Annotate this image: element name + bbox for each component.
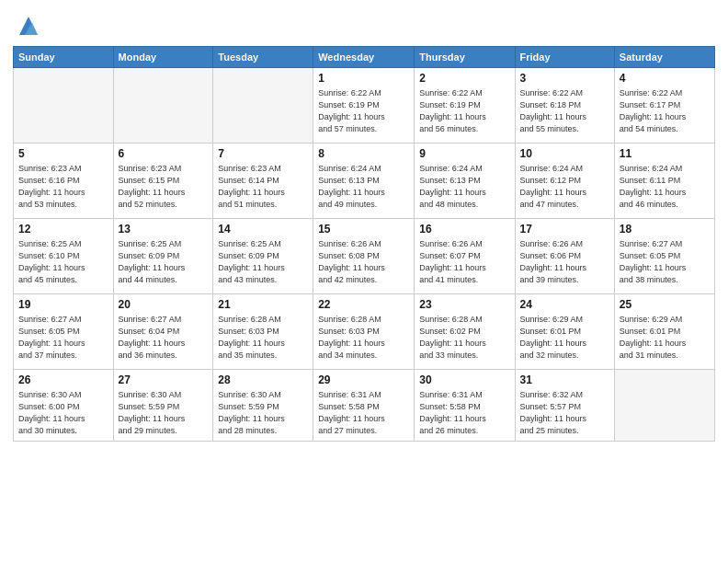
day-number: 19 [18, 298, 108, 311]
day-cell: 7Sunrise: 6:23 AM Sunset: 6:14 PM Daylig… [213, 144, 313, 219]
day-info: Sunrise: 6:27 AM Sunset: 6:05 PM Dayligh… [18, 314, 108, 362]
day-info: Sunrise: 6:23 AM Sunset: 6:14 PM Dayligh… [218, 163, 308, 211]
col-header-tuesday: Tuesday [213, 47, 313, 68]
day-number: 17 [520, 223, 609, 236]
day-cell: 28Sunrise: 6:30 AM Sunset: 5:59 PM Dayli… [213, 370, 313, 442]
day-info: Sunrise: 6:23 AM Sunset: 6:15 PM Dayligh… [119, 163, 209, 211]
logo [13, 13, 41, 39]
day-cell: 19Sunrise: 6:27 AM Sunset: 6:05 PM Dayli… [14, 294, 114, 370]
day-number: 5 [18, 147, 108, 160]
day-number: 20 [119, 298, 209, 311]
day-info: Sunrise: 6:22 AM Sunset: 6:19 PM Dayligh… [318, 87, 409, 135]
day-info: Sunrise: 6:23 AM Sunset: 6:16 PM Dayligh… [18, 163, 108, 211]
col-header-wednesday: Wednesday [313, 47, 415, 68]
day-cell: 12Sunrise: 6:25 AM Sunset: 6:10 PM Dayli… [14, 219, 114, 294]
day-cell: 21Sunrise: 6:28 AM Sunset: 6:03 PM Dayli… [213, 294, 313, 370]
day-cell: 27Sunrise: 6:30 AM Sunset: 5:59 PM Dayli… [113, 370, 213, 442]
day-info: Sunrise: 6:22 AM Sunset: 6:17 PM Dayligh… [620, 87, 710, 135]
day-cell: 1Sunrise: 6:22 AM Sunset: 6:19 PM Daylig… [313, 68, 415, 144]
day-number: 1 [318, 72, 409, 85]
col-header-monday: Monday [113, 47, 213, 68]
day-cell: 13Sunrise: 6:25 AM Sunset: 6:09 PM Dayli… [113, 219, 213, 294]
day-info: Sunrise: 6:28 AM Sunset: 6:03 PM Dayligh… [318, 314, 409, 362]
day-info: Sunrise: 6:31 AM Sunset: 5:58 PM Dayligh… [419, 389, 509, 437]
day-cell: 5Sunrise: 6:23 AM Sunset: 6:16 PM Daylig… [14, 144, 114, 219]
day-info: Sunrise: 6:32 AM Sunset: 5:57 PM Dayligh… [520, 389, 609, 437]
col-header-friday: Friday [515, 47, 614, 68]
day-info: Sunrise: 6:28 AM Sunset: 6:02 PM Dayligh… [419, 314, 509, 362]
day-number: 8 [318, 147, 409, 160]
day-cell: 2Sunrise: 6:22 AM Sunset: 6:19 PM Daylig… [415, 68, 515, 144]
day-cell: 31Sunrise: 6:32 AM Sunset: 5:57 PM Dayli… [515, 370, 614, 442]
day-number: 2 [419, 72, 509, 85]
col-header-saturday: Saturday [614, 47, 714, 68]
day-info: Sunrise: 6:24 AM Sunset: 6:11 PM Dayligh… [620, 163, 710, 211]
day-cell: 30Sunrise: 6:31 AM Sunset: 5:58 PM Dayli… [415, 370, 515, 442]
day-number: 16 [419, 223, 509, 236]
day-number: 30 [419, 373, 509, 386]
day-cell: 16Sunrise: 6:26 AM Sunset: 6:07 PM Dayli… [415, 219, 515, 294]
day-info: Sunrise: 6:30 AM Sunset: 5:59 PM Dayligh… [218, 389, 308, 437]
day-info: Sunrise: 6:28 AM Sunset: 6:03 PM Dayligh… [218, 314, 308, 362]
day-info: Sunrise: 6:25 AM Sunset: 6:09 PM Dayligh… [218, 238, 308, 286]
day-info: Sunrise: 6:30 AM Sunset: 6:00 PM Dayligh… [18, 389, 108, 437]
day-number: 4 [620, 72, 710, 85]
day-number: 18 [620, 223, 710, 236]
day-cell: 25Sunrise: 6:29 AM Sunset: 6:01 PM Dayli… [614, 294, 714, 370]
day-number: 15 [318, 223, 409, 236]
day-number: 6 [119, 147, 209, 160]
day-cell: 10Sunrise: 6:24 AM Sunset: 6:12 PM Dayli… [515, 144, 614, 219]
day-cell [213, 68, 313, 144]
col-header-sunday: Sunday [14, 47, 114, 68]
day-number: 21 [218, 298, 308, 311]
day-cell: 9Sunrise: 6:24 AM Sunset: 6:13 PM Daylig… [415, 144, 515, 219]
day-info: Sunrise: 6:25 AM Sunset: 6:10 PM Dayligh… [18, 238, 108, 286]
day-number: 11 [620, 147, 710, 160]
day-number: 22 [318, 298, 409, 311]
day-info: Sunrise: 6:24 AM Sunset: 6:13 PM Dayligh… [318, 163, 409, 211]
week-row-2: 5Sunrise: 6:23 AM Sunset: 6:16 PM Daylig… [14, 144, 715, 219]
day-cell: 29Sunrise: 6:31 AM Sunset: 5:58 PM Dayli… [313, 370, 415, 442]
day-cell: 23Sunrise: 6:28 AM Sunset: 6:02 PM Dayli… [415, 294, 515, 370]
day-cell: 3Sunrise: 6:22 AM Sunset: 6:18 PM Daylig… [515, 68, 614, 144]
day-cell: 18Sunrise: 6:27 AM Sunset: 6:05 PM Dayli… [614, 219, 714, 294]
day-number: 10 [520, 147, 609, 160]
day-info: Sunrise: 6:27 AM Sunset: 6:04 PM Dayligh… [119, 314, 209, 362]
day-info: Sunrise: 6:22 AM Sunset: 6:18 PM Dayligh… [520, 87, 609, 135]
day-number: 29 [318, 373, 409, 386]
day-cell [113, 68, 213, 144]
day-info: Sunrise: 6:25 AM Sunset: 6:09 PM Dayligh… [119, 238, 209, 286]
day-info: Sunrise: 6:29 AM Sunset: 6:01 PM Dayligh… [620, 314, 710, 362]
day-number: 26 [18, 373, 108, 386]
week-row-1: 1Sunrise: 6:22 AM Sunset: 6:19 PM Daylig… [14, 68, 715, 144]
day-info: Sunrise: 6:26 AM Sunset: 6:06 PM Dayligh… [520, 238, 609, 286]
day-cell: 8Sunrise: 6:24 AM Sunset: 6:13 PM Daylig… [313, 144, 415, 219]
day-number: 28 [218, 373, 308, 386]
day-info: Sunrise: 6:24 AM Sunset: 6:12 PM Dayligh… [520, 163, 609, 211]
logo-icon [16, 13, 41, 39]
day-cell: 6Sunrise: 6:23 AM Sunset: 6:15 PM Daylig… [113, 144, 213, 219]
week-row-5: 26Sunrise: 6:30 AM Sunset: 6:00 PM Dayli… [14, 370, 715, 442]
calendar-table: SundayMondayTuesdayWednesdayThursdayFrid… [13, 46, 715, 442]
day-number: 9 [419, 147, 509, 160]
day-number: 24 [520, 298, 609, 311]
day-info: Sunrise: 6:27 AM Sunset: 6:05 PM Dayligh… [620, 238, 710, 286]
day-cell: 24Sunrise: 6:29 AM Sunset: 6:01 PM Dayli… [515, 294, 614, 370]
week-row-4: 19Sunrise: 6:27 AM Sunset: 6:05 PM Dayli… [14, 294, 715, 370]
day-cell: 4Sunrise: 6:22 AM Sunset: 6:17 PM Daylig… [614, 68, 714, 144]
day-info: Sunrise: 6:31 AM Sunset: 5:58 PM Dayligh… [318, 389, 409, 437]
day-info: Sunrise: 6:30 AM Sunset: 5:59 PM Dayligh… [119, 389, 209, 437]
day-cell: 15Sunrise: 6:26 AM Sunset: 6:08 PM Dayli… [313, 219, 415, 294]
day-info: Sunrise: 6:26 AM Sunset: 6:08 PM Dayligh… [318, 238, 409, 286]
day-number: 3 [520, 72, 609, 85]
day-cell [14, 68, 114, 144]
day-info: Sunrise: 6:24 AM Sunset: 6:13 PM Dayligh… [419, 163, 509, 211]
day-cell: 22Sunrise: 6:28 AM Sunset: 6:03 PM Dayli… [313, 294, 415, 370]
day-number: 31 [520, 373, 609, 386]
week-row-3: 12Sunrise: 6:25 AM Sunset: 6:10 PM Dayli… [14, 219, 715, 294]
day-info: Sunrise: 6:22 AM Sunset: 6:19 PM Dayligh… [419, 87, 509, 135]
col-header-thursday: Thursday [415, 47, 515, 68]
day-cell [614, 370, 714, 442]
day-number: 12 [18, 223, 108, 236]
day-number: 13 [119, 223, 209, 236]
